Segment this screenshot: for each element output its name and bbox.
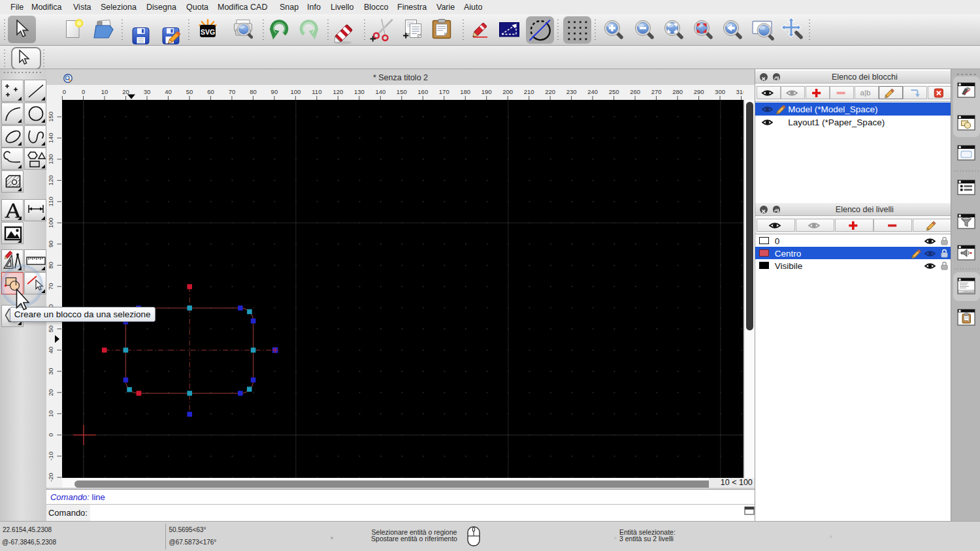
svg-text:a|b: a|b — [860, 89, 871, 97]
svg-text:190: 190 — [482, 88, 492, 95]
svg-text:260: 260 — [630, 88, 640, 95]
svg-text:130: 130 — [47, 154, 54, 165]
svg-text:290: 290 — [694, 88, 704, 95]
svg-text:140: 140 — [47, 133, 54, 144]
svg-text:90: 90 — [47, 241, 54, 248]
svg-text:150: 150 — [397, 88, 407, 95]
svg-text:230: 230 — [566, 88, 577, 95]
svg-text:10: 10 — [101, 88, 108, 95]
svg-text:SVG: SVG — [201, 28, 215, 36]
svg-text:250: 250 — [609, 88, 619, 95]
svg-text:0: 0 — [82, 88, 85, 95]
svg-text:160: 160 — [418, 88, 429, 95]
svg-text:120: 120 — [333, 88, 344, 95]
svg-text:210: 210 — [524, 88, 534, 95]
svg-text:50: 50 — [186, 88, 193, 95]
svg-text:40: 40 — [47, 347, 54, 354]
svg-text:110: 110 — [47, 197, 54, 206]
svg-text:90: 90 — [271, 88, 278, 95]
svg-text:< command: < command — [960, 291, 973, 293]
svg-text:-10: -10 — [47, 452, 54, 461]
svg-text:170: 170 — [439, 88, 449, 95]
svg-text:0: 0 — [47, 433, 54, 437]
svg-text:10: 10 — [47, 411, 54, 418]
svg-text:50: 50 — [47, 326, 54, 333]
svg-text:130: 130 — [354, 88, 365, 95]
svg-text:200: 200 — [502, 88, 513, 95]
svg-text:280: 280 — [672, 88, 683, 95]
svg-text:270: 270 — [651, 88, 662, 95]
svg-text:80: 80 — [250, 88, 257, 95]
svg-text:140: 140 — [376, 88, 386, 95]
svg-text:240: 240 — [587, 88, 598, 95]
svg-text:100: 100 — [291, 88, 301, 95]
svg-text:70: 70 — [229, 88, 236, 95]
svg-text:180: 180 — [461, 88, 471, 95]
svg-text:0: 0 — [63, 88, 66, 95]
svg-text:310: 310 — [736, 88, 744, 95]
svg-text:20: 20 — [122, 88, 129, 95]
svg-text:80: 80 — [47, 262, 54, 269]
svg-text:30: 30 — [47, 368, 54, 375]
svg-text:20: 20 — [47, 389, 54, 396]
svg-text:-20: -20 — [47, 473, 54, 482]
svg-text:70: 70 — [47, 283, 54, 291]
svg-text:40: 40 — [165, 88, 172, 95]
svg-text:220: 220 — [545, 88, 555, 95]
svg-text:110: 110 — [312, 88, 321, 95]
svg-text:150: 150 — [47, 112, 54, 122]
svg-text:300: 300 — [715, 88, 725, 95]
svg-text:120: 120 — [47, 176, 54, 186]
svg-text:100: 100 — [47, 218, 54, 228]
svg-text:60: 60 — [207, 88, 214, 95]
svg-text:30: 30 — [144, 88, 151, 95]
